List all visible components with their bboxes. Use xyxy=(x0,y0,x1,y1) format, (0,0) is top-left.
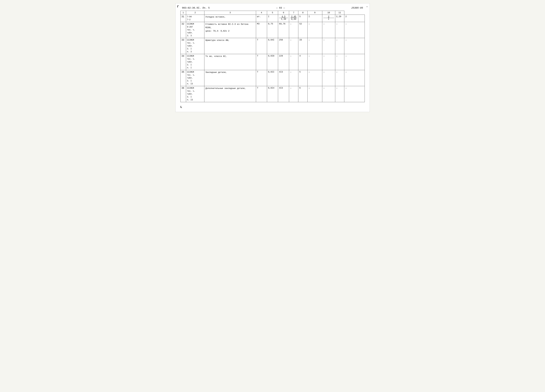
col10-cell-31: 2,29 xyxy=(335,15,344,22)
col-header-1: 1 xyxy=(180,11,186,15)
page-container: Г – 903–02–36.9I. Лл. 5 — 93 — 25305-05 … xyxy=(175,3,370,112)
unit-cell-32: М3 xyxy=(256,22,267,38)
top-left-bracket: Г xyxy=(177,5,179,8)
col10-cell-34: – xyxy=(335,54,344,70)
table-row: 31 7–94 7–2 Укладка вставок, шт. I 4,5 I… xyxy=(180,15,365,22)
col-header-3: 3 xyxy=(204,11,256,15)
desc-cell-34: То же, класса AI, xyxy=(204,54,256,70)
col7-cell-34: 4 xyxy=(298,54,308,70)
col5-cell-32: 68,76 xyxy=(278,22,289,38)
col4-cell-31: I xyxy=(267,15,278,22)
col7-cell-32: 52 xyxy=(298,22,308,38)
col10-cell-35: – xyxy=(335,70,344,86)
row-number-34: 34 xyxy=(180,54,186,70)
col11-cell-31: 2 xyxy=(344,15,365,22)
col7-cell-31: 5 xyxy=(298,15,308,22)
col9-cell-34: – xyxy=(322,54,335,70)
col4-cell-34: 0,0I8 xyxy=(267,54,278,70)
stacked-col6-31: 2,45 0,89 xyxy=(290,15,297,20)
col6-cell-31: 2,45 0,89 xyxy=(289,15,298,22)
header-left: 903–02–36.9I. Лл. 5 xyxy=(182,7,210,9)
col-header-4: 4 xyxy=(256,11,267,15)
col10-cell-33: – xyxy=(335,38,344,54)
ref-cell-34: ССIМСМ тех. ч. табл. 3. I п. I xyxy=(186,54,204,70)
col11-cell-36: – xyxy=(344,86,365,102)
col11-cell-34: – xyxy=(344,54,365,70)
ref-cell-31: 7–94 7–2 xyxy=(186,15,204,22)
unit-cell-33: Т xyxy=(256,38,267,54)
unit-cell-34: Т xyxy=(256,54,267,70)
col-header-11: 11 xyxy=(335,11,344,15)
col9-cell-35: – xyxy=(322,70,335,86)
top-right-dash: – xyxy=(366,5,368,8)
desc-cell-35: Закладные детали, xyxy=(204,70,256,86)
col5-cell-31: 4,5 I,39 xyxy=(278,15,289,22)
col8-cell-31: I xyxy=(308,15,322,22)
col-header-9: 9 xyxy=(308,11,322,15)
table-row: 34 ССIМСМ тех. ч. табл. 3. I п. I То же,… xyxy=(180,54,365,70)
col6-cell-32: – xyxy=(289,22,298,38)
unit-cell-36: Т xyxy=(256,86,267,102)
col-header-7: 7 xyxy=(289,11,298,15)
col6-cell-33: – xyxy=(289,38,298,54)
col7-cell-33: IO xyxy=(298,38,308,54)
col5-cell-35: 4I3 xyxy=(278,70,289,86)
col9-cell-32: – xyxy=(322,22,335,38)
col6-cell-36: – xyxy=(289,86,298,102)
col7-cell-36: 6 xyxy=(298,86,308,102)
row-number-35: 35 xyxy=(180,70,186,86)
table-row: 36 ССIМСМ тех. ч. табл. 3. I п. I3 Допол… xyxy=(180,86,365,102)
bottom-bracket: L xyxy=(180,105,365,109)
ref-cell-35: ССIМСМ тех. ч. табл. 3. I п. I3 xyxy=(186,70,204,86)
unit-cell-35: Т xyxy=(256,70,267,86)
col-header-10: 10 xyxy=(322,11,335,15)
col-header-2: 2 xyxy=(186,11,204,15)
header-row-cols: 1 2 3 4 5 6 7 8 9 10 11 xyxy=(180,11,365,15)
col4-cell-36: 0,0I4 xyxy=(267,86,278,102)
row-number-32: 32 xyxy=(180,22,186,38)
table-row: 33 ССIМСМ тех. ч. табл. 3. I п. 3 Армату… xyxy=(180,38,365,54)
col8-cell-35: – xyxy=(308,70,322,86)
header-right: 25305-05 xyxy=(351,7,363,9)
main-table: 1 2 3 4 5 6 7 8 9 10 11 31 7–94 7–2 xyxy=(180,11,365,102)
desc-cell-33: Арматура класса АШ, xyxy=(204,38,256,54)
row-number-33: 33 xyxy=(180,38,186,54)
col4-cell-35: 0,0II xyxy=(267,70,278,86)
unit-cell-31: шт. xyxy=(256,15,267,22)
col11-cell-35: – xyxy=(344,70,365,86)
col5-cell-34: 229 xyxy=(278,54,289,70)
table-row: 35 ССIМСМ тех. ч. табл. 3. I п. I3 Закла… xyxy=(180,70,365,86)
col10-cell-36: – xyxy=(335,86,344,102)
col10-cell-32: – xyxy=(335,22,344,38)
ref-cell-33: ССIМСМ тех. ч. табл. 3. I п. 3 xyxy=(186,38,204,54)
row-number-31: 31 xyxy=(180,15,186,22)
desc-cell-31: Укладка вставок, xyxy=(204,15,256,22)
desc-cell-32: Стоимость вставки BI–I–3 из бетона М200,… xyxy=(204,22,256,38)
col6-cell-35: – xyxy=(289,70,298,86)
col-header-5: 5 xyxy=(267,11,278,15)
col-header-6: 6 xyxy=(278,11,289,15)
col5-cell-33: 250 xyxy=(278,38,289,54)
col9-cell-36: – xyxy=(322,86,335,102)
col-header-8: 8 xyxy=(298,11,308,15)
ref-cell-36: ССIМСМ тех. ч. табл. 3. I п. I3 xyxy=(186,86,204,102)
col8-cell-34: – xyxy=(308,54,322,70)
col6-cell-34: – xyxy=(289,54,298,70)
col5-cell-36: 4I3 xyxy=(278,86,289,102)
row-number-36: 36 xyxy=(180,86,186,102)
col7-cell-35: 5 xyxy=(298,70,308,86)
header-row: 903–02–36.9I. Лл. 5 — 93 — 25305-05 xyxy=(180,7,365,9)
table-row: 32 ССIМСМ 9–287 тех. ч. табл. 3. 3 Стоим… xyxy=(180,22,365,38)
stacked-col9-31: 2 I xyxy=(323,15,334,20)
stacked-col5-31: 4,5 I,39 xyxy=(279,15,288,20)
col4-cell-33: 0,04I xyxy=(267,38,278,54)
col11-cell-32: – xyxy=(344,22,365,38)
col9-cell-33: – xyxy=(322,38,335,54)
col11-cell-33: – xyxy=(344,38,365,54)
col8-cell-36: – xyxy=(308,86,322,102)
col4-cell-32: 0,75 xyxy=(267,22,278,38)
col8-cell-32: – xyxy=(308,22,322,38)
col9-cell-31: 2 I xyxy=(322,15,335,22)
desc-cell-36: Дополнительные закладные детали, xyxy=(204,86,256,102)
ref-cell-32: ССIМСМ 9–287 тех. ч. табл. 3. 3 xyxy=(186,22,204,38)
